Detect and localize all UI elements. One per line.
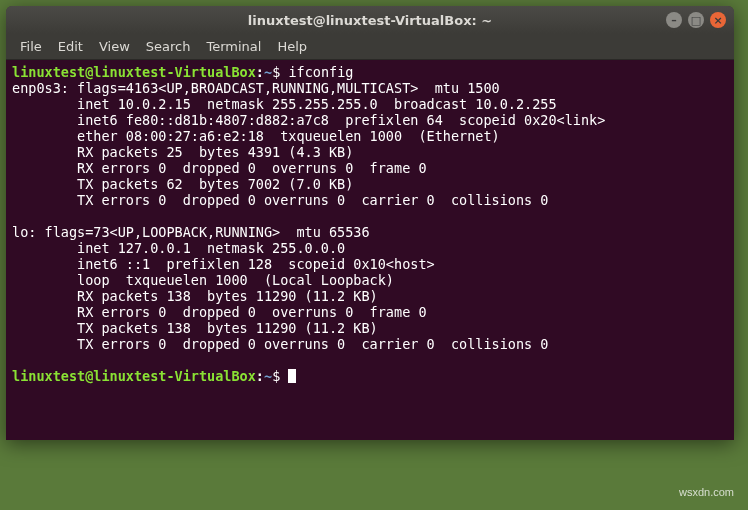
output-line: inet6 fe80::d81b:4807:d882:a7c8 prefixle… [12,112,605,128]
output-line: TX packets 62 bytes 7002 (7.0 KB) [12,176,353,192]
prompt-dollar: $ [272,64,280,80]
prompt-userhost: linuxtest@linuxtest-VirtualBox [12,368,256,384]
titlebar[interactable]: linuxtest@linuxtest-VirtualBox: ~ – □ × [6,6,734,34]
output-line: TX errors 0 dropped 0 overruns 0 carrier… [12,336,548,352]
output-line: inet 10.0.2.15 netmask 255.255.255.0 bro… [12,96,557,112]
menu-terminal[interactable]: Terminal [198,35,269,58]
cursor [288,369,296,383]
output-line: inet 127.0.0.1 netmask 255.0.0.0 [12,240,345,256]
prompt-colon: : [256,368,264,384]
prompt-path: ~ [264,64,272,80]
output-line: loop txqueuelen 1000 (Local Loopback) [12,272,394,288]
window-controls: – □ × [666,12,726,28]
output-line: enp0s3: flags=4163<UP,BROADCAST,RUNNING,… [12,80,500,96]
menu-search[interactable]: Search [138,35,199,58]
prompt-path: ~ [264,368,272,384]
menu-help[interactable]: Help [269,35,315,58]
output-line: inet6 ::1 prefixlen 128 scopeid 0x10<hos… [12,256,435,272]
prompt-colon: : [256,64,264,80]
close-button[interactable]: × [710,12,726,28]
output-line: lo: flags=73<UP,LOOPBACK,RUNNING> mtu 65… [12,224,370,240]
minimize-button[interactable]: – [666,12,682,28]
output-line: TX errors 0 dropped 0 overruns 0 carrier… [12,192,548,208]
output-line: RX errors 0 dropped 0 overruns 0 frame 0 [12,304,427,320]
menubar: File Edit View Search Terminal Help [6,34,734,60]
output-line: ether 08:00:27:a6:e2:18 txqueuelen 1000 … [12,128,500,144]
output-line: RX packets 25 bytes 4391 (4.3 KB) [12,144,353,160]
menu-file[interactable]: File [12,35,50,58]
prompt-userhost: linuxtest@linuxtest-VirtualBox [12,64,256,80]
terminal-area[interactable]: linuxtest@linuxtest-VirtualBox:~$ ifconf… [6,60,734,440]
output-line: TX packets 138 bytes 11290 (11.2 KB) [12,320,378,336]
watermark: wsxdn.com [679,486,734,498]
maximize-button[interactable]: □ [688,12,704,28]
output-line: RX errors 0 dropped 0 overruns 0 frame 0 [12,160,427,176]
prompt-dollar: $ [272,368,280,384]
output-line: RX packets 138 bytes 11290 (11.2 KB) [12,288,378,304]
menu-edit[interactable]: Edit [50,35,91,58]
command-input: ifconfig [288,64,353,80]
menu-view[interactable]: View [91,35,138,58]
terminal-window: linuxtest@linuxtest-VirtualBox: ~ – □ × … [6,6,734,440]
window-title: linuxtest@linuxtest-VirtualBox: ~ [14,13,726,28]
